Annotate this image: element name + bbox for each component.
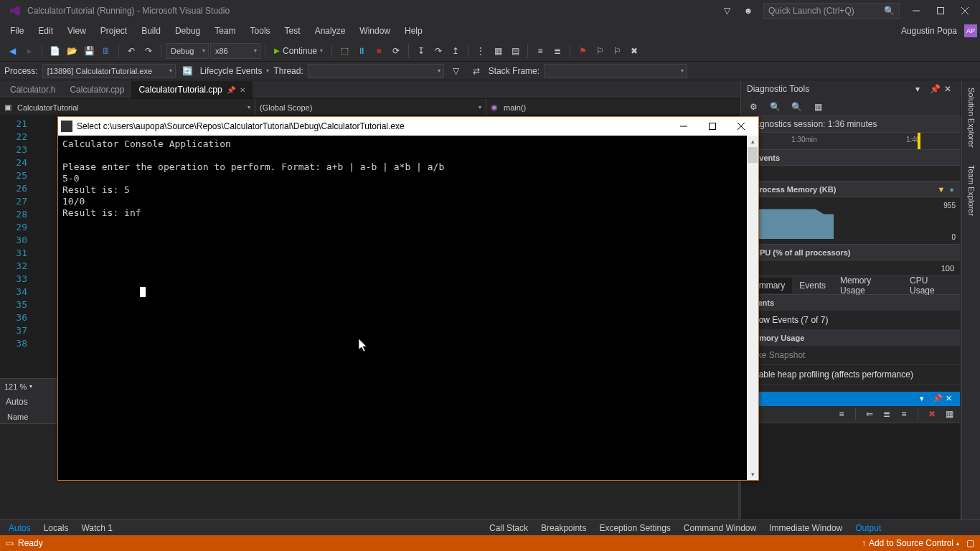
tb-wrap-icon[interactable]: ▦ (943, 408, 956, 420)
maximize-button[interactable] (928, 1, 953, 21)
config-dropdown[interactable]: Debug (166, 43, 209, 59)
tb-3[interactable]: ≣ (880, 408, 893, 420)
zoom-in-icon[interactable]: 🔍 (767, 99, 783, 115)
new-project-icon[interactable]: 📄 (47, 43, 62, 59)
bookmark-prev-icon[interactable]: ⚐ (609, 43, 625, 59)
memory-chart[interactable]: 955 0 (741, 197, 960, 245)
tab-callstack[interactable]: Call Stack (484, 522, 534, 534)
debug-target-icon[interactable]: ⬚ (336, 43, 352, 59)
tb-1[interactable]: ≡ (835, 408, 848, 420)
tool-icon2[interactable]: ▦ (490, 43, 506, 59)
menu-build[interactable]: Build (134, 23, 168, 39)
console-body[interactable]: Calculator Console Application Please en… (58, 136, 758, 480)
chevron-down-icon[interactable]: ▾ (29, 383, 32, 390)
lifecycle-label[interactable]: Lifecycle Events (200, 66, 263, 76)
output-body[interactable] (741, 423, 960, 520)
open-icon[interactable]: 📂 (64, 43, 80, 59)
tab-breakpoints[interactable]: Breakpoints (535, 522, 592, 534)
menu-window[interactable]: Window (352, 23, 397, 39)
tb-4[interactable]: ≡ (897, 408, 910, 420)
select-tools-icon[interactable]: ▦ (810, 99, 826, 115)
menu-project[interactable]: Project (93, 23, 134, 39)
tool-icon3[interactable]: ▤ (507, 43, 523, 59)
tab-locals[interactable]: Locals (38, 522, 75, 534)
chevron-down-icon[interactable]: ▾ (920, 394, 930, 403)
scroll-thumb[interactable] (748, 147, 758, 163)
minimize-button[interactable] (904, 1, 928, 21)
menu-test[interactable]: Test (278, 23, 308, 39)
tab-exception[interactable]: Exception Settings (593, 522, 676, 534)
user-name[interactable]: Augustin Popa (898, 26, 960, 36)
stop-debug-icon[interactable]: ■ (371, 43, 387, 59)
nav-fwd-icon[interactable]: ▸ (22, 43, 37, 59)
menu-edit[interactable]: Edit (31, 23, 60, 39)
zoom-level[interactable]: 121 % (4, 382, 27, 391)
diag-timeline[interactable]: 1:30min 1:40 (741, 133, 960, 150)
menu-analyze[interactable]: Analyze (308, 23, 353, 39)
tab-immediate[interactable]: Immediate Window (763, 522, 848, 534)
close-tab-icon[interactable]: ✕ (240, 86, 245, 94)
take-snapshot-link[interactable]: Take Snapshot (741, 346, 960, 365)
pin-icon[interactable]: 📌 (227, 86, 235, 94)
console-titlebar[interactable]: Select c:\users\aupopa\Source\Repos\Calc… (58, 117, 758, 136)
menu-help[interactable]: Help (397, 23, 430, 39)
redo-icon[interactable]: ↷ (141, 43, 156, 59)
gear-icon[interactable]: ⚙ (745, 99, 761, 115)
menu-tools[interactable]: Tools (243, 23, 278, 39)
step-over-icon[interactable]: ↷ (430, 43, 446, 59)
threads-icon[interactable]: ⇄ (468, 63, 484, 79)
tab-calculator-h[interactable]: Calculator.h (3, 81, 62, 98)
outdent-icon[interactable]: ≣ (550, 43, 565, 59)
bookmark-clear-icon[interactable]: ✖ (626, 43, 642, 59)
tab-tutorial-cpp[interactable]: CalculatorTutorial.cpp 📌 ✕ (131, 81, 252, 98)
memory-head[interactable]: Process Memory (KB) (754, 185, 836, 194)
step-into-icon[interactable]: ↧ (413, 43, 429, 59)
save-all-icon[interactable]: 🗎 (98, 43, 114, 59)
console-scrollbar[interactable]: ▴ ▾ (747, 136, 758, 480)
thread-dropdown[interactable] (308, 64, 444, 78)
step-out-icon[interactable]: ↥ (448, 43, 463, 59)
close-icon[interactable]: ✕ (946, 394, 956, 403)
gc-marker-icon[interactable]: ▼ (937, 185, 945, 194)
scroll-up-icon[interactable]: ▴ (747, 136, 758, 147)
publish-icon[interactable]: ↑ (862, 538, 866, 548)
snapshot-marker-icon[interactable]: ● (949, 185, 954, 194)
menu-team[interactable]: Team (207, 23, 242, 39)
timeline-marker[interactable] (918, 133, 920, 149)
tab-watch1[interactable]: Watch 1 (75, 522, 118, 534)
tb-clear-icon[interactable]: ✖ (925, 408, 938, 420)
indent-icon[interactable]: ≡ (532, 43, 548, 59)
menu-debug[interactable]: Debug (168, 23, 207, 39)
tb-2[interactable]: ⇐ (863, 408, 876, 420)
tab-command[interactable]: Command Window (678, 522, 762, 534)
bookmark-next-icon[interactable]: ⚐ (592, 43, 608, 59)
bookmark-icon[interactable]: ⚑ (575, 43, 590, 59)
tab-autos[interactable]: Autos (3, 522, 37, 534)
quick-launch-input[interactable]: Quick Launch (Ctrl+Q) 🔍 (763, 3, 900, 19)
sidetab-solution-explorer[interactable]: Solution Explorer (966, 83, 977, 152)
feedback-icon[interactable]: ☻ (738, 1, 759, 21)
undo-icon[interactable]: ↶ (123, 43, 139, 59)
close-button[interactable] (953, 1, 977, 21)
enable-heap-link[interactable]: Enable heap profiling (affects performan… (741, 365, 960, 385)
cpu-head[interactable]: CPU (% of all processors) (754, 248, 850, 257)
tool-icon[interactable]: ⋮ (473, 43, 489, 59)
save-icon[interactable]: 💾 (81, 43, 97, 59)
scroll-down-icon[interactable]: ▾ (747, 468, 758, 480)
show-events-link[interactable]: Show Events (7 of 7) (741, 311, 960, 330)
menu-file[interactable]: File (3, 23, 31, 39)
menu-view[interactable]: View (60, 23, 93, 39)
platform-dropdown[interactable]: x86 (210, 43, 260, 59)
nav-project-dropdown[interactable]: ▣ CalculatorTutorial (0, 99, 255, 116)
console-maximize-button[interactable] (698, 118, 727, 135)
tab-calculator-cpp[interactable]: Calculator.cpp (62, 81, 131, 98)
close-icon[interactable]: ✕ (944, 84, 954, 94)
nav-scope-dropdown[interactable]: (Global Scope) (255, 99, 486, 116)
add-source-control[interactable]: Add to Source Control (869, 538, 953, 548)
filter-icon[interactable]: ▽ (448, 63, 464, 79)
zoom-out-icon[interactable]: 🔍 (788, 99, 804, 115)
sidetab-team-explorer[interactable]: Team Explorer (966, 161, 977, 220)
diag-tab-events[interactable]: Events (792, 278, 833, 293)
restart-icon[interactable]: ⟳ (388, 43, 404, 59)
stack-dropdown[interactable] (544, 64, 687, 78)
